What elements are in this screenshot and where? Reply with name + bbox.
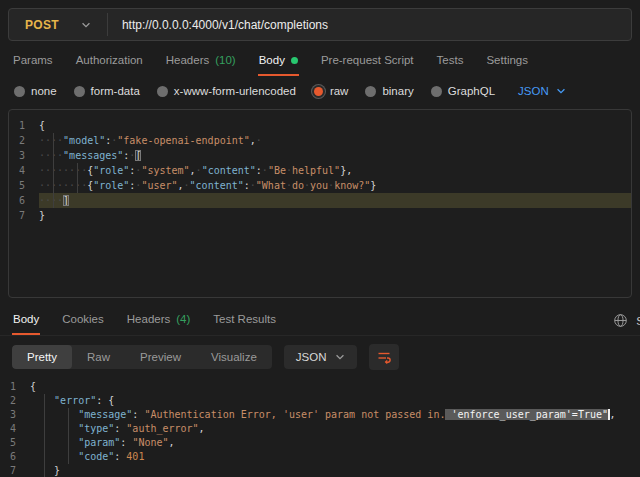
line-number: 5 (0, 436, 30, 450)
body-type-radio-raw[interactable]: raw (313, 85, 349, 97)
code-token: "What (256, 180, 286, 191)
wrap-text-button[interactable] (369, 344, 399, 370)
code-line: 3 "message": "Authentication Error, 'use… (0, 408, 640, 422)
tab-params[interactable]: Params (12, 49, 54, 76)
response-format-select[interactable]: JSON (284, 345, 358, 369)
tab-body[interactable]: Body (258, 49, 299, 76)
code-token: "user" (141, 180, 177, 191)
code-line: 2····"model":·"fake-openai-endpoint",· (9, 133, 631, 148)
line-content: ········{"role":·"system",·"content":·"B… (39, 163, 631, 178)
method-selector[interactable]: POST (9, 9, 107, 40)
code-token: know?" (334, 180, 370, 191)
tab-label: Settings (486, 54, 528, 66)
response-tab-test-results[interactable]: Test Results (212, 308, 277, 335)
tab-label: Body (259, 54, 285, 66)
line-content: "param": "None", (30, 436, 640, 450)
code-token: { (30, 381, 36, 392)
body-type-radio-binary[interactable]: binary (365, 85, 413, 97)
code-token: "messages" (63, 150, 123, 161)
line-content: "code": 401 (30, 450, 640, 464)
code-token: ···· (39, 135, 63, 146)
radio-circle-icon (157, 86, 168, 97)
body-type-radio-graphql[interactable]: GraphQL (431, 85, 495, 97)
code-token: "role" (93, 180, 129, 191)
line-content: { (30, 380, 640, 394)
radio-circle-icon (431, 86, 442, 97)
code-token: 401 (126, 451, 144, 462)
request-body-editor[interactable]: 1{2····"model":·"fake-openai-endpoint",·… (8, 109, 632, 298)
indent-guide (53, 133, 54, 208)
line-number: 6 (9, 193, 39, 208)
tab-authorization[interactable]: Authorization (75, 49, 144, 76)
response-tab-cookies[interactable]: Cookies (61, 308, 105, 335)
view-tab-preview[interactable]: Preview (125, 345, 196, 369)
radio-label: raw (330, 85, 349, 97)
line-content: ········{"role":·"user",·"content":·"Wha… (39, 178, 631, 193)
code-token (30, 451, 78, 462)
radio-label: x-www-form-urlencoded (174, 85, 296, 97)
url-input[interactable]: http://0.0.0.0:4000/v1/chat/completions (108, 9, 631, 40)
indent-guide (44, 394, 45, 477)
line-number: 7 (0, 464, 30, 477)
line-content: "type": "auth_error", (30, 422, 640, 436)
code-token: "type" (78, 423, 114, 434)
radio-label: none (31, 85, 57, 97)
tab-count-badge: (4) (176, 313, 190, 325)
response-view-controls: PrettyRawPreviewVisualize JSON (0, 336, 640, 377)
view-tab-pretty[interactable]: Pretty (12, 345, 72, 369)
body-type-radio-none[interactable]: none (14, 85, 57, 97)
line-number: 1 (9, 118, 39, 133)
line-number: 2 (9, 133, 39, 148)
chevron-down-icon (81, 22, 91, 28)
tab-tests[interactable]: Tests (436, 49, 465, 76)
response-tab-body[interactable]: Body (12, 308, 40, 335)
code-line: 2 "error": { (0, 394, 640, 408)
line-content: ····] (39, 193, 631, 208)
code-line: 7 } (0, 464, 640, 477)
wrap-text-icon (376, 349, 392, 365)
code-token: ········ (39, 180, 87, 191)
response-format-label: JSON (296, 351, 327, 363)
line-number: 5 (9, 178, 39, 193)
tab-pre-request-script[interactable]: Pre-request Script (320, 49, 415, 76)
globe-icon[interactable] (613, 313, 628, 328)
code-token: : (114, 423, 126, 434)
radio-circle-icon (314, 87, 323, 96)
code-line: 5········{"role":·"user",·"content":·"Wh… (9, 178, 631, 193)
radio-circle-icon (14, 86, 25, 97)
code-token: · (256, 135, 262, 146)
request-tabs: ParamsAuthorizationHeaders(10)BodyPre-re… (0, 49, 640, 76)
tab-headers[interactable]: Headers(10) (165, 49, 237, 76)
code-token (30, 465, 54, 476)
raw-language-select[interactable]: JSON (518, 85, 566, 97)
line-number: 2 (0, 394, 30, 408)
code-token: ] (63, 195, 69, 206)
code-line: 1{ (0, 380, 640, 394)
body-type-radio-x-www-form-urlencoded[interactable]: x-www-form-urlencoded (157, 85, 296, 97)
view-tab-raw[interactable]: Raw (72, 345, 125, 369)
line-number: 7 (9, 208, 39, 223)
response-json-viewer[interactable]: 1{2 "error": {3 "message": "Authenticati… (0, 377, 640, 477)
body-type-radio-form-data[interactable]: form-data (74, 85, 140, 97)
tab-settings[interactable]: Settings (485, 49, 529, 76)
tab-label: Pre-request Script (321, 54, 414, 66)
chevron-down-icon (556, 88, 566, 94)
radio-label: GraphQL (448, 85, 495, 97)
line-content: } (39, 208, 631, 223)
tab-count-badge: (10) (215, 54, 235, 66)
code-token: "code" (78, 451, 114, 462)
response-tab-headers[interactable]: Headers(4) (126, 308, 192, 335)
code-token: "error" (54, 395, 96, 406)
tab-label: Params (13, 54, 53, 66)
code-token: "None" (132, 437, 168, 448)
view-tab-visualize[interactable]: Visualize (196, 345, 272, 369)
line-content: ····"messages":·[ (39, 148, 631, 163)
code-line: 4 "type": "auth_error", (0, 422, 640, 436)
code-token (30, 409, 78, 420)
code-token: "fake-openai-endpoint" (117, 135, 249, 146)
code-token: , (610, 409, 616, 420)
code-token: do (292, 180, 304, 191)
method-label: POST (25, 18, 59, 32)
code-token: } (39, 210, 45, 221)
code-token: helpful" (292, 165, 340, 176)
